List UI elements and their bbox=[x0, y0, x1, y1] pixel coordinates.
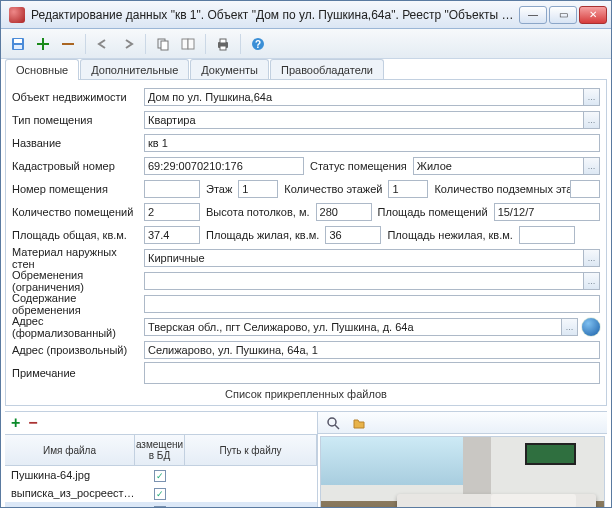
label-non-living-area: Площадь нежилая, кв.м. bbox=[381, 229, 518, 241]
attachments-header: Имя файла азмещени в БД Путь к файлу bbox=[5, 434, 317, 466]
tab-owners[interactable]: Правообладатели bbox=[270, 59, 384, 80]
label-note: Примечание bbox=[12, 367, 144, 379]
input-living-area[interactable]: 36 bbox=[325, 226, 381, 244]
label-underground-floors: Количество подземных этажей bbox=[428, 183, 570, 195]
tab-documents[interactable]: Документы bbox=[190, 59, 269, 80]
attachments-heading: Список прикрепленных файлов bbox=[12, 385, 600, 403]
cell-in-db[interactable]: ✓ bbox=[135, 505, 185, 509]
print-button[interactable] bbox=[212, 33, 234, 55]
input-total-area[interactable]: 37.4 bbox=[144, 226, 200, 244]
svg-rect-9 bbox=[188, 39, 194, 49]
input-encumbrance-content[interactable] bbox=[144, 295, 600, 313]
titlebar: Редактирование данных "кв 1". Объект "До… bbox=[1, 1, 611, 29]
zoom-button[interactable] bbox=[322, 412, 344, 434]
cell-in-db[interactable]: ✓ bbox=[135, 469, 185, 482]
label-floor-count: Количество этажей bbox=[278, 183, 388, 195]
picker-encumbrances[interactable]: … bbox=[584, 272, 600, 290]
col-in-db[interactable]: азмещени в БД bbox=[135, 435, 185, 465]
book-button[interactable] bbox=[177, 33, 199, 55]
label-room-status: Статус помещения bbox=[304, 160, 413, 172]
cell-filename: Пушкина-64.jpg bbox=[5, 469, 135, 481]
input-name[interactable]: кв 1 bbox=[144, 134, 600, 152]
svg-rect-4 bbox=[37, 43, 49, 45]
input-ceiling[interactable]: 280 bbox=[316, 203, 372, 221]
attachments-list: + − Имя файла азмещени в БД Путь к файлу… bbox=[5, 412, 317, 508]
picker-room-status[interactable]: … bbox=[584, 157, 600, 175]
delete-button[interactable] bbox=[57, 33, 79, 55]
save-button[interactable] bbox=[7, 33, 29, 55]
input-underground-floors[interactable] bbox=[570, 180, 600, 198]
svg-point-15 bbox=[328, 418, 336, 426]
label-total-area: Площадь общая, кв.м. bbox=[12, 229, 144, 241]
open-folder-button[interactable] bbox=[348, 412, 370, 434]
minimize-button[interactable]: — bbox=[519, 6, 547, 24]
copy-button[interactable] bbox=[152, 33, 174, 55]
input-encumbrances[interactable] bbox=[144, 272, 584, 290]
input-object[interactable]: Дом по ул. Пушкина,64а bbox=[144, 88, 584, 106]
toolbar: ? bbox=[1, 29, 611, 59]
tab-strip: Основные Дополнительные Документы Правоо… bbox=[1, 59, 611, 80]
redo-button[interactable] bbox=[117, 33, 139, 55]
input-address-formal[interactable]: Тверская обл., пгт Селижарово, ул. Пушки… bbox=[144, 318, 562, 336]
label-address-formal: Адрес (формализованный) bbox=[12, 315, 144, 339]
input-room-count[interactable]: 2 bbox=[144, 203, 200, 221]
add-button[interactable] bbox=[32, 33, 54, 55]
label-wall-material: Материал наружных стен bbox=[12, 246, 144, 270]
input-address-free[interactable]: Селижарово, ул. Пушкина, 64а, 1 bbox=[144, 341, 600, 359]
input-floor[interactable]: 1 bbox=[238, 180, 278, 198]
label-floor: Этаж bbox=[200, 183, 238, 195]
picker-room-type[interactable]: … bbox=[584, 111, 600, 129]
label-room-count: Количество помещений bbox=[12, 206, 144, 218]
image-preview[interactable] bbox=[320, 436, 605, 508]
picker-wall-material[interactable]: … bbox=[584, 249, 600, 267]
label-encumbrance-content: Содержание обременения bbox=[12, 292, 144, 316]
tab-additional[interactable]: Дополнительные bbox=[80, 59, 189, 80]
input-room-status[interactable]: Жилое bbox=[413, 157, 584, 175]
picker-object[interactable]: … bbox=[584, 88, 600, 106]
maximize-button[interactable]: ▭ bbox=[549, 6, 577, 24]
app-icon bbox=[9, 7, 25, 23]
tab-main[interactable]: Основные bbox=[5, 59, 79, 80]
input-floor-count[interactable]: 1 bbox=[388, 180, 428, 198]
svg-rect-1 bbox=[14, 39, 22, 43]
label-ceiling: Высота потолков, м. bbox=[200, 206, 316, 218]
col-path[interactable]: Путь к файлу bbox=[185, 435, 317, 465]
label-room-number: Номер помещения bbox=[12, 183, 144, 195]
globe-icon[interactable] bbox=[582, 318, 600, 336]
input-cadastral[interactable]: 69:29:0070210:176 bbox=[144, 157, 304, 175]
input-wall-material[interactable]: Кирпичные bbox=[144, 249, 584, 267]
table-row[interactable]: выписка_из_росреестра.pdf✓ bbox=[5, 484, 317, 502]
picker-address-formal[interactable]: … bbox=[562, 318, 578, 336]
input-room-type[interactable]: Квартира bbox=[144, 111, 584, 129]
label-encumbrances: Обременения (ограничения) bbox=[12, 269, 144, 293]
col-filename[interactable]: Имя файла bbox=[5, 435, 135, 465]
table-row[interactable]: Пушкина-64.jpg✓ bbox=[5, 466, 317, 484]
undo-button[interactable] bbox=[92, 33, 114, 55]
svg-rect-8 bbox=[182, 39, 188, 49]
label-object: Объект недвижимости bbox=[12, 91, 144, 103]
label-name: Название bbox=[12, 137, 144, 149]
svg-rect-7 bbox=[161, 41, 168, 50]
input-room-number[interactable] bbox=[144, 180, 200, 198]
cell-filename: выписка_из_росреестра.pdf bbox=[5, 487, 135, 499]
input-room-area[interactable]: 15/12/7 bbox=[494, 203, 600, 221]
table-row[interactable]: Комната.jpg✓ bbox=[5, 502, 317, 508]
attachments-area: + − Имя файла азмещени в БД Путь к файлу… bbox=[5, 411, 607, 508]
label-room-area: Площадь помещений bbox=[372, 206, 494, 218]
attach-remove-button[interactable]: − bbox=[26, 414, 39, 432]
attach-add-button[interactable]: + bbox=[9, 414, 22, 432]
close-button[interactable]: ✕ bbox=[579, 6, 607, 24]
input-non-living-area[interactable] bbox=[519, 226, 575, 244]
label-address-free: Адрес (произвольный) bbox=[12, 344, 144, 356]
cell-in-db[interactable]: ✓ bbox=[135, 487, 185, 500]
label-cadastral: Кадастровый номер bbox=[12, 160, 144, 172]
label-room-type: Тип помещения bbox=[12, 114, 144, 126]
help-button[interactable]: ? bbox=[247, 33, 269, 55]
preview-panel bbox=[317, 412, 607, 508]
svg-rect-12 bbox=[220, 46, 226, 50]
svg-rect-11 bbox=[220, 39, 226, 43]
form-panel: Объект недвижимости Дом по ул. Пушкина,6… bbox=[5, 79, 607, 406]
svg-line-16 bbox=[335, 425, 339, 429]
input-note[interactable] bbox=[144, 362, 600, 384]
label-living-area: Площадь жилая, кв.м. bbox=[200, 229, 325, 241]
